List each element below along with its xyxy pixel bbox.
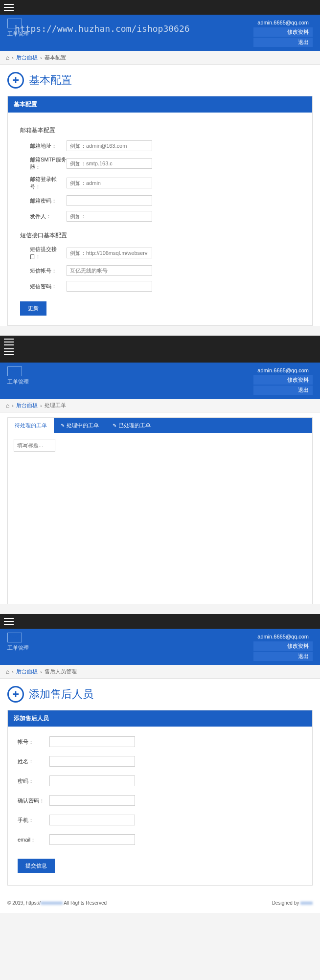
tab-label: 已处理的工单 [118, 422, 151, 429]
field-label: 邮箱登录帐号： [20, 176, 67, 190]
breadcrumb-current: 基本配置 [45, 54, 66, 61]
user-email: admin.6665@qq.com [253, 366, 313, 374]
section-email-title: 邮箱基本配置 [20, 126, 300, 135]
mail-icon [7, 366, 22, 376]
sms-field-input-2[interactable] [67, 281, 152, 292]
field-label: 姓名： [18, 758, 49, 765]
edit-icon: ✎ [113, 423, 116, 428]
tab-2[interactable]: ✎已处理的工单 [106, 418, 158, 433]
logout-button[interactable]: 退出 [253, 386, 313, 395]
field-label: 短信密码： [20, 283, 67, 290]
field-label: 发件人： [20, 213, 67, 220]
field-label: 短信帐号： [20, 267, 67, 274]
field-label: 帐号： [18, 738, 49, 746]
ticket-body [7, 433, 313, 604]
tab-0[interactable]: 待处理的工单 [8, 418, 54, 433]
field-input-2[interactable] [67, 178, 152, 188]
field-input-1[interactable] [67, 158, 152, 169]
field-label: 邮箱密码： [20, 197, 67, 205]
header: https://www.huzhan.com/ishop30626 工单管理 a… [0, 15, 320, 51]
staff-field-4[interactable] [49, 815, 135, 825]
page-title: 基本配置 [29, 73, 72, 88]
submit-button[interactable]: 提交信息 [18, 859, 55, 873]
tab-label: 处理中的工单 [67, 422, 99, 429]
config-panel: 基本配置 邮箱基本配置 邮箱地址：邮箱SMTP服务器：邮箱登录帐号：邮箱密码：发… [7, 96, 313, 326]
update-button[interactable]: 更新 [20, 301, 46, 316]
app-name: 工单管理 [7, 644, 29, 652]
staff-panel: 添加售后人员 帐号：姓名：密码：确认密码：手机：email：提交信息 [7, 710, 313, 886]
user-email: admin.6665@qq.com [253, 633, 313, 640]
menu-icon[interactable] [4, 339, 14, 345]
edit-icon: ✎ [61, 423, 65, 428]
breadcrumb-dashboard[interactable]: 后台面板 [16, 54, 38, 61]
menu-icon[interactable] [4, 4, 14, 11]
staff-field-0[interactable] [49, 736, 135, 747]
edit-profile-button[interactable]: 修改资料 [253, 641, 313, 651]
staff-field-2[interactable] [49, 775, 135, 786]
logout-button[interactable]: 退出 [253, 652, 313, 661]
mail-icon [7, 633, 22, 642]
field-label: 确认密码： [18, 797, 49, 804]
panel-header: 添加售后人员 [8, 710, 312, 727]
menu-icon[interactable] [4, 618, 14, 625]
field-input-0[interactable] [67, 140, 152, 151]
edit-profile-button[interactable]: 修改资料 [253, 375, 313, 385]
field-label: email： [18, 836, 49, 843]
staff-field-1[interactable] [49, 756, 135, 767]
designed-by: Designed by [272, 900, 300, 906]
home-icon[interactable]: ⌂ [6, 402, 9, 409]
breadcrumb-dashboard[interactable]: 后台面板 [16, 668, 38, 675]
tab-1[interactable]: ✎处理中的工单 [54, 418, 106, 433]
watermark: https://www.huzhan.com/ishop30626 [15, 23, 190, 34]
footer-link[interactable]: xxxxxxxxx [41, 900, 63, 906]
staff-field-5[interactable] [49, 834, 135, 845]
sms-field-input-0[interactable] [67, 248, 152, 258]
footer: © 2019, https://xxxxxxxxx All Rights Res… [0, 893, 320, 913]
field-label: 邮箱地址： [20, 142, 67, 150]
breadcrumb-dashboard[interactable]: 后台面板 [16, 402, 38, 409]
field-label: 邮箱SMTP服务器： [20, 156, 67, 171]
breadcrumb-current: 售后人员管理 [45, 668, 77, 675]
staff-field-3[interactable] [49, 795, 135, 806]
menu-icon-2[interactable] [4, 348, 14, 355]
page-title: 添加售后人员 [29, 687, 93, 702]
field-input-3[interactable] [67, 195, 152, 206]
field-label: 手机： [18, 817, 49, 824]
designer-link[interactable]: xxxxx [300, 900, 313, 906]
tab-label: 待处理的工单 [15, 422, 47, 429]
mail-icon [7, 19, 22, 28]
header: 工单管理 admin.6665@qq.com 修改资料 退出 [0, 363, 320, 399]
field-label: 短信提交接口： [20, 246, 67, 260]
logout-button[interactable]: 退出 [253, 38, 313, 47]
top-bar [0, 0, 320, 15]
edit-profile-button[interactable]: 修改资料 [253, 27, 313, 37]
user-email: admin.6665@qq.com [253, 19, 313, 26]
app-name: 工单管理 [7, 378, 29, 386]
breadcrumb: ⌂ › 后台面板 › 处理工单 [0, 399, 320, 412]
ticket-panel: 待处理的工单✎处理中的工单✎已处理的工单 [7, 417, 313, 433]
breadcrumb: ⌂ › 后台面板 › 售后人员管理 [0, 665, 320, 679]
breadcrumb-current: 处理工单 [45, 402, 66, 409]
top-bar [0, 336, 320, 363]
panel-header: 基本配置 [8, 96, 312, 113]
app-name: 工单管理 [7, 30, 29, 38]
copyright-suffix: All Rights Reserved [63, 900, 107, 906]
copyright-prefix: © 2019, https:// [7, 900, 41, 906]
top-bar [0, 614, 320, 629]
add-icon[interactable]: + [7, 72, 24, 89]
field-label: 密码： [18, 777, 49, 785]
home-icon[interactable]: ⌂ [6, 668, 9, 675]
tabs: 待处理的工单✎处理中的工单✎已处理的工单 [8, 418, 312, 433]
home-icon[interactable]: ⌂ [6, 54, 9, 61]
add-icon[interactable]: + [7, 686, 24, 703]
sms-field-input-1[interactable] [67, 265, 152, 276]
field-input-4[interactable] [67, 211, 152, 222]
section-sms-title: 短信接口基本配置 [20, 231, 300, 240]
header: 工单管理 admin.6665@qq.com 修改资料 退出 [0, 629, 320, 665]
ticket-title-input[interactable] [14, 439, 55, 452]
breadcrumb: ⌂ › 后台面板 › 基本配置 [0, 51, 320, 65]
